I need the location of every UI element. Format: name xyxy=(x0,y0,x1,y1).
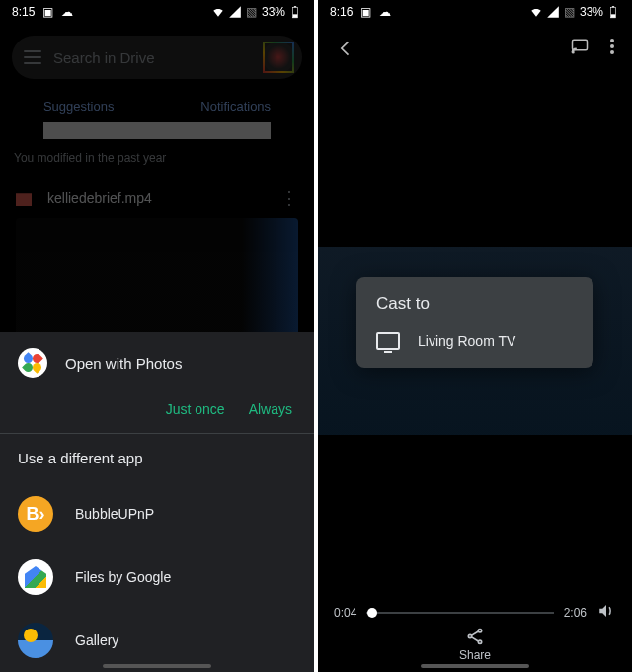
cast-icon[interactable] xyxy=(569,38,591,59)
svg-rect-5 xyxy=(612,6,614,7)
clock: 8:16 xyxy=(330,5,353,19)
back-arrow-icon[interactable] xyxy=(336,39,356,58)
cast-dialog: Cast to Living Room TV xyxy=(356,277,593,368)
duration-time: 2:06 xyxy=(564,606,587,620)
status-bar: 8:15 ▣ ☁ ▧ 33% xyxy=(0,0,314,24)
player-top-bar xyxy=(318,24,632,73)
svg-point-7 xyxy=(573,51,575,53)
always-button[interactable]: Always xyxy=(249,401,292,417)
player-bar: 0:04 2:06 xyxy=(318,602,632,623)
image-icon: ▣ xyxy=(40,5,54,19)
battery-percent: 33% xyxy=(580,5,603,19)
svg-point-9 xyxy=(610,44,614,48)
search-placeholder: Search in Drive xyxy=(53,49,251,66)
share-icon xyxy=(465,627,485,646)
cast-title: Cast to xyxy=(376,294,574,314)
menu-icon[interactable] xyxy=(24,50,41,64)
nav-pill[interactable] xyxy=(421,664,529,668)
file-more-icon[interactable]: ⋮ xyxy=(280,187,298,209)
open-with-label: Open with Photos xyxy=(65,355,182,372)
tab-suggestions[interactable]: Suggestions xyxy=(43,99,115,114)
files-icon xyxy=(18,559,53,595)
bubbleupnp-icon: B› xyxy=(18,496,53,532)
app-item-gallery[interactable]: Gallery xyxy=(0,609,314,672)
more-icon[interactable] xyxy=(610,39,614,58)
file-name: kelliedebrief.mp4 xyxy=(47,190,152,206)
cloud-icon: ☁ xyxy=(378,5,392,19)
signal-icon xyxy=(546,5,560,19)
no-sim-icon: ▧ xyxy=(245,5,259,19)
svg-point-13 xyxy=(478,640,481,643)
search-bar[interactable]: Search in Drive xyxy=(12,36,302,79)
app-label: BubbleUPnP xyxy=(75,506,154,522)
drive-backdrop: Search in Drive Suggestions Notification… xyxy=(0,24,314,347)
nav-pill[interactable] xyxy=(103,664,211,668)
cast-device-item[interactable]: Living Room TV xyxy=(376,332,574,350)
wifi-icon xyxy=(529,5,543,19)
avatar[interactable] xyxy=(263,42,294,73)
app-item-bubbleupnp[interactable]: B› BubbleUPnP xyxy=(0,482,314,546)
signal-icon xyxy=(228,5,242,19)
volume-icon[interactable] xyxy=(596,602,616,623)
battery-percent: 33% xyxy=(262,5,285,19)
svg-point-10 xyxy=(610,50,614,54)
progress-track[interactable] xyxy=(366,612,553,614)
battery-icon xyxy=(288,5,302,19)
video-thumbnail[interactable] xyxy=(16,218,298,347)
tab-notifications[interactable]: Notifications xyxy=(200,99,271,114)
open-with-sheet: Open with Photos Just once Always Use a … xyxy=(0,332,314,672)
svg-rect-4 xyxy=(611,14,616,17)
doc-preview-strip xyxy=(43,122,271,139)
battery-icon xyxy=(606,5,620,19)
clock: 8:15 xyxy=(12,5,35,19)
gallery-icon xyxy=(18,623,53,658)
svg-point-11 xyxy=(478,630,481,632)
photos-app-icon xyxy=(18,348,47,378)
tv-icon xyxy=(376,332,400,350)
app-label: Files by Google xyxy=(75,569,171,585)
progress-thumb[interactable] xyxy=(367,608,377,618)
phone-drive-openwith: 8:15 ▣ ☁ ▧ 33% Search in Drive Suggestio… xyxy=(0,0,314,672)
status-bar: 8:16 ▣ ☁ ▧ 33% xyxy=(318,0,632,24)
share-button[interactable]: Share xyxy=(318,627,632,662)
cloud-icon: ☁ xyxy=(60,5,74,19)
svg-point-8 xyxy=(610,39,614,42)
svg-rect-1 xyxy=(293,14,298,17)
share-label: Share xyxy=(459,648,491,662)
svg-rect-2 xyxy=(294,6,296,7)
use-different-label: Use a different app xyxy=(0,434,314,482)
svg-point-12 xyxy=(468,634,471,637)
wifi-icon xyxy=(211,5,225,19)
app-item-files[interactable]: Files by Google xyxy=(0,546,314,609)
elapsed-time: 0:04 xyxy=(334,606,356,620)
modified-label: You modified in the past year xyxy=(14,151,300,165)
phone-video-cast: 8:16 ▣ ☁ ▧ 33% Cast to Living Room TV 0:… xyxy=(318,0,632,672)
just-once-button[interactable]: Just once xyxy=(166,401,225,417)
app-label: Gallery xyxy=(75,632,118,648)
video-file-icon xyxy=(16,190,32,206)
file-row[interactable]: kelliedebrief.mp4 ⋮ xyxy=(0,177,314,218)
no-sim-icon: ▧ xyxy=(563,5,577,19)
image-icon: ▣ xyxy=(358,5,372,19)
cast-device-label: Living Room TV xyxy=(418,333,515,349)
